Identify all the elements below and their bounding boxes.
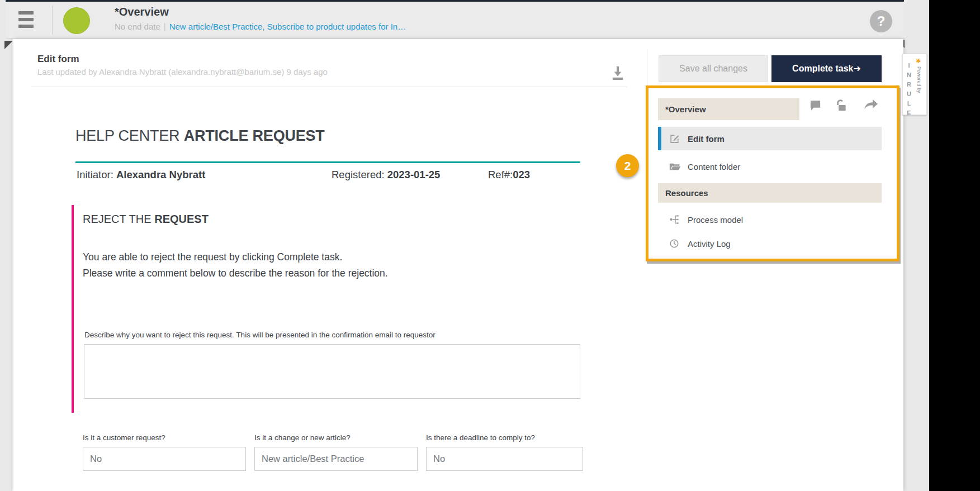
ref-field: Ref#:023 (488, 169, 530, 181)
initiator-field: Initiator: Alexandra Nybratt (77, 169, 205, 181)
field-label-customer-request: Is it a customer request? (83, 433, 165, 442)
section-accent-bar (72, 205, 74, 413)
comment-textarea[interactable] (84, 344, 580, 399)
section-heading: REJECT THE REQUEST (83, 213, 209, 226)
section-body-line1: You are able to reject the request by cl… (83, 249, 388, 265)
annotation-step-badge: 2 (616, 154, 639, 177)
sidebar-item-process-model[interactable]: Process model (658, 208, 882, 231)
subtitle-link[interactable]: New article/Best Practice, Subscribe to … (169, 22, 406, 31)
form-title: HELP CENTER ARTICLE REQUEST (75, 127, 325, 145)
sidebar-overview-header: *Overview (658, 98, 799, 120)
sidebar-item-edit-form[interactable]: Edit form (658, 127, 882, 150)
sidebar-item-label: Process model (688, 215, 743, 225)
registered-field: Registered: 2023-01-25 (332, 169, 440, 181)
field-deadline[interactable]: No (426, 447, 583, 471)
powered-by-text: Powered by (916, 66, 922, 93)
header-divider (52, 6, 53, 35)
field-label-deadline: Is there a deadline to comply to? (426, 433, 535, 442)
share-icon[interactable] (863, 98, 880, 114)
inrule-brand-text: INRULE (906, 62, 912, 119)
section-body: You are able to reject the request by cl… (83, 249, 388, 282)
comment-icon[interactable] (809, 98, 822, 114)
last-updated-text: Last updated by Alexandra Nybratt (alexa… (37, 67, 328, 77)
complete-task-button[interactable]: Complete task➜ (771, 55, 882, 82)
edit-icon (669, 134, 680, 144)
no-end-date-label: No end date (115, 22, 160, 31)
folder-icon (669, 162, 680, 171)
field-customer-request[interactable]: No (83, 447, 246, 471)
field-change-or-new[interactable]: New article/Best Practice (254, 447, 418, 471)
header-subtitle: No end date|New article/Best Practice, S… (115, 22, 406, 31)
download-icon[interactable] (608, 63, 627, 82)
sidebar-item-content-folder[interactable]: Content folder (658, 155, 882, 178)
sidebar-item-activity-log[interactable]: Activity Log (658, 232, 882, 255)
save-button[interactable]: Save all changes (659, 55, 768, 82)
app-window: *Overview No end date|New article/Best P… (0, 0, 980, 491)
help-icon[interactable]: ? (870, 10, 892, 32)
sidebar-item-label: Activity Log (688, 239, 731, 249)
complete-task-label: Complete task (792, 64, 853, 73)
sidebar-item-label: Content folder (688, 162, 740, 171)
field-label-change-or-new: Is it a change or new article? (254, 433, 351, 442)
page-title: *Overview (115, 6, 169, 18)
sidebar-item-label: Edit form (688, 134, 725, 144)
section-body-line2: Please write a comment below to describe… (83, 265, 388, 282)
task-title: Edit form (37, 54, 79, 65)
comment-label: Describe why you want to reject this req… (84, 331, 435, 339)
subtitle-pipe: | (160, 22, 169, 31)
powered-by-tab[interactable]: INRULE Powered by ✱ (902, 54, 927, 115)
menu-icon[interactable] (18, 11, 34, 28)
inrule-star-icon: ✱ (916, 58, 921, 65)
sidebar-resources-header: Resources (658, 183, 882, 203)
clock-icon (669, 239, 680, 249)
unlock-icon[interactable] (834, 98, 848, 115)
letterbox-black (929, 0, 980, 491)
left-gutter (0, 0, 12, 491)
corner-fold-top-left (4, 41, 13, 49)
arrow-right-icon: ➜ (853, 63, 860, 74)
process-status-dot (63, 7, 90, 34)
title-underline (75, 161, 580, 163)
process-model-icon (669, 214, 680, 225)
toolbar-rule (31, 87, 627, 87)
sidebar-divider (647, 49, 647, 87)
